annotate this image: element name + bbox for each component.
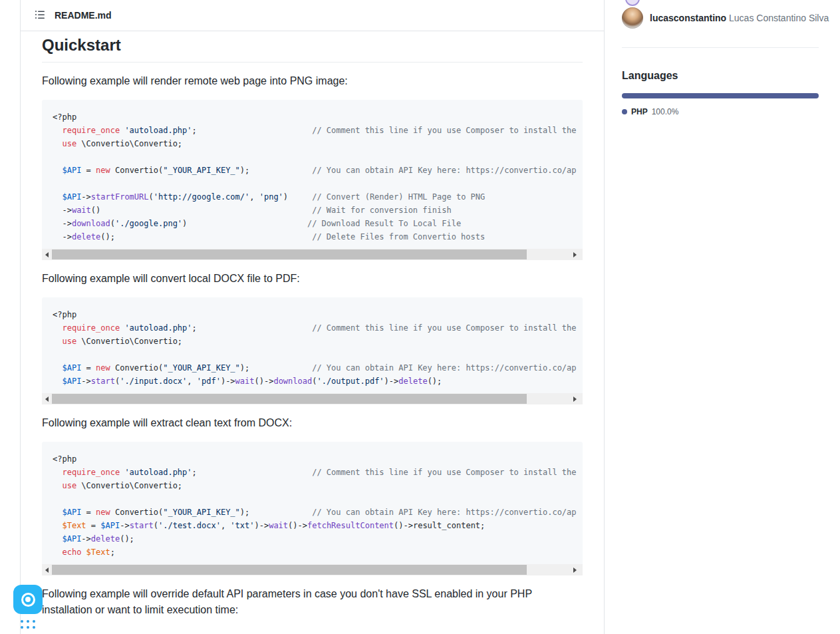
scrollbar-thumb[interactable] — [52, 249, 527, 259]
horizontal-scrollbar[interactable] — [42, 249, 583, 260]
language-legend-php[interactable]: PHP 100.0% — [622, 107, 819, 116]
code-block-png: <?php require_once 'autoload.php'; // Co… — [42, 100, 583, 260]
code-block-pdf: <?php require_once 'autoload.php'; // Co… — [42, 297, 583, 404]
paragraph-pdf-example: Following example will convert local DOC… — [42, 271, 583, 287]
code-content: <?php require_once 'autoload.php'; // Co… — [42, 100, 583, 249]
target-icon — [21, 593, 35, 607]
readme-filename: README.md — [55, 10, 112, 21]
scroll-right-arrow[interactable] — [570, 249, 580, 260]
readme-body: Quickstart Following example will render… — [21, 31, 604, 634]
paragraph-ssl-override: Following example will override default … — [42, 586, 583, 618]
horizontal-scrollbar[interactable] — [42, 393, 583, 404]
username-link[interactable]: lucasconstantino — [650, 13, 726, 23]
section-heading: Quickstart — [42, 35, 583, 63]
scroll-left-arrow[interactable] — [42, 564, 52, 575]
languages-heading: Languages — [622, 70, 819, 82]
fullname-label: Lucas Constantino Silva — [729, 13, 829, 23]
contributor-avatar-partial[interactable] — [625, 0, 640, 6]
sidebar: lucasconstantino Lucas Constantino Silva… — [622, 0, 819, 116]
readme-card: README.md Quickstart Following example w… — [20, 0, 605, 634]
scroll-right-arrow[interactable] — [570, 393, 580, 404]
avatar[interactable] — [622, 7, 643, 29]
language-name: PHP — [631, 107, 648, 116]
list-icon — [35, 9, 45, 22]
horizontal-scrollbar[interactable] — [42, 564, 583, 575]
language-bar-php[interactable] — [622, 93, 819, 98]
contributor-row: lucasconstantino Lucas Constantino Silva — [622, 7, 819, 29]
scrollbar-thumb[interactable] — [52, 565, 527, 575]
scroll-left-arrow[interactable] — [42, 249, 52, 260]
language-dot-icon — [622, 109, 627, 114]
scrollbar-thumb[interactable] — [52, 394, 527, 404]
drag-handle-dots[interactable] — [21, 620, 35, 629]
sidebar-divider — [622, 47, 819, 48]
scroll-left-arrow[interactable] — [42, 393, 52, 404]
scroll-right-arrow[interactable] — [570, 564, 580, 575]
toc-button[interactable] — [35, 9, 45, 22]
language-percent: 100.0% — [652, 107, 679, 116]
paragraph-png-example: Following example will render remote web… — [42, 73, 583, 89]
language-bar[interactable] — [622, 93, 819, 98]
code-content: <?php require_once 'autoload.php'; // Co… — [42, 297, 583, 393]
page: README.md Quickstart Following example w… — [0, 0, 840, 634]
readme-header: README.md — [21, 0, 604, 31]
capture-overlay-button[interactable] — [13, 585, 43, 614]
code-content: <?php require_once 'autoload.php'; // Co… — [42, 442, 583, 564]
paragraph-text-example: Following example will extract clean tex… — [42, 415, 583, 431]
code-block-text: <?php require_once 'autoload.php'; // Co… — [42, 442, 583, 575]
contributor-text: lucasconstantino Lucas Constantino Silva — [650, 13, 829, 23]
